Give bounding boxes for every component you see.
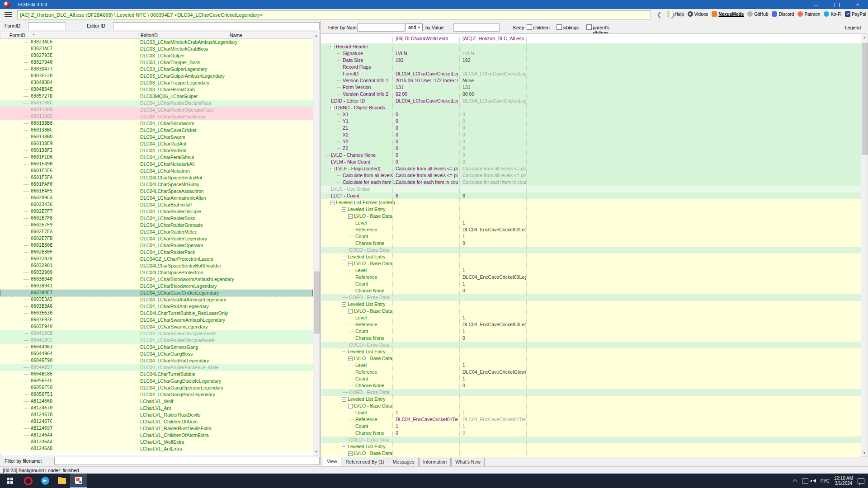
record-row[interactable]: 060138F3DLC04_LCharRadRat xyxy=(0,147,313,154)
maximize-button[interactable] xyxy=(826,0,847,9)
record-view-row[interactable]: Leveled List Entries (sorted) xyxy=(321,199,861,206)
editorid-cell[interactable]: DLC04_LCharRaiderPackFace_Male xyxy=(140,364,218,371)
master-value-cell[interactable]: 0 xyxy=(396,131,458,138)
editorid-cell[interactable]: DLC04_LCharRaiderBoss xyxy=(140,215,195,221)
record-view-row[interactable]: COED - Extra Data xyxy=(321,389,861,396)
record-row[interactable]: 03048BB4DLC03_LCharTrapperLegendary xyxy=(0,80,313,86)
record-row[interactable]: 0603F93FDLC04_LCharSwarmAmbushLegendary xyxy=(0,317,313,324)
override-value-cell[interactable]: DLC04_EncCaveCricket02Legend... xyxy=(462,226,526,233)
record-row[interactable]: 06056F51DLC04_LCharGangPackLegendary xyxy=(0,391,313,398)
master-value-cell[interactable]: 192 xyxy=(396,57,458,63)
formid-cell[interactable]: 060138BD xyxy=(31,134,52,140)
collapse-icon[interactable] xyxy=(342,397,346,402)
formid-cell[interactable]: AB1246A4 xyxy=(31,432,52,438)
start-button[interactable] xyxy=(0,474,20,488)
record-view-row[interactable]: COED - Extra Data xyxy=(321,247,861,253)
record-view-row[interactable]: COED - Extra Data xyxy=(321,436,861,443)
formid-cell[interactable]: 0602E7FB xyxy=(31,235,52,242)
record-row[interactable]: 0604BC86DLC04LCharTurretBubble xyxy=(0,371,313,378)
right-scrollbar-thumb[interactable] xyxy=(862,43,868,155)
record-row[interactable]: AB1246A4LCharLVL_ChildrenOfAtomExtra xyxy=(0,432,313,439)
record-row[interactable]: 06044963DLC04_LCharSinnersGang xyxy=(0,344,313,351)
override-value-cell[interactable]: 131 xyxy=(462,84,526,90)
record-row[interactable]: 03023AC7DLC03_LCharMirelurkCrabBoss xyxy=(0,46,313,52)
formid-cell[interactable]: 0601FAF5 xyxy=(31,188,52,194)
filter-operator-select[interactable]: and xyxy=(406,23,423,31)
override-value-cell[interactable]: Calculate from all levels <= play... xyxy=(462,172,526,178)
collapse-icon[interactable] xyxy=(342,445,346,449)
record-view-row[interactable]: COED - Extra Data xyxy=(321,294,861,301)
override-value-cell[interactable]: Calculate from all levels <= play... xyxy=(462,165,526,172)
link-patreon[interactable]: Patreon xyxy=(797,11,820,17)
record-view-row[interactable]: Count1 xyxy=(321,375,861,382)
editorid-cell[interactable]: LCharLVL_Wolf xyxy=(140,398,173,404)
override-value-cell[interactable]: 1 xyxy=(462,328,526,334)
record-view-row[interactable]: Leveled List Entry xyxy=(321,348,861,355)
master-value-cell[interactable]: Calculate for each item in count xyxy=(396,179,458,185)
record-view-row[interactable]: LVLF - Flags (sorted)Calculate from all … xyxy=(321,165,861,172)
master-value-cell[interactable]: 0 xyxy=(396,118,458,124)
editorid-cell[interactable]: DLC04_LCharRaiderDisciple xyxy=(140,208,201,215)
formid-cell[interactable]: AB1246AA xyxy=(31,439,52,445)
override-value-cell[interactable]: 0 xyxy=(462,152,526,158)
formid-cell[interactable]: 0603E3A5 xyxy=(31,296,52,303)
formid-cell[interactable]: 0601108C xyxy=(31,100,52,106)
override-value-cell[interactable]: 1 xyxy=(462,233,526,239)
record-view-row[interactable]: Leveled List Entry xyxy=(321,396,861,403)
column-header-name[interactable]: Name xyxy=(230,33,242,38)
formid-cell[interactable]: 0302793E xyxy=(31,52,52,59)
record-row[interactable]: 0601FAF5DLC04LCharSpaceAssaultron xyxy=(0,188,313,195)
formid-cell[interactable]: 0602E7F7 xyxy=(31,208,52,215)
collapse-icon[interactable] xyxy=(342,302,346,307)
formid-cell[interactable]: 06044963 xyxy=(31,344,52,350)
record-view-row[interactable]: Leveled List Entry xyxy=(321,206,861,213)
formid-cell[interactable]: 03023AC6 xyxy=(31,39,52,45)
master-value-cell[interactable]: 0 xyxy=(396,159,458,165)
collapse-icon[interactable] xyxy=(330,201,335,205)
formid-cell[interactable]: AB124670 xyxy=(31,405,52,411)
editorid-cell[interactable]: DLC03_LCharTrapper_Boss xyxy=(140,59,200,66)
record-row[interactable]: AB12467CLCharLVL_ChildrenOfAtom xyxy=(0,418,313,425)
formid-cell[interactable]: 06038940 xyxy=(31,276,52,282)
record-view-row[interactable]: ReferenceDLC04_EncCaveCricket02Legend... xyxy=(321,226,861,233)
record-view-row[interactable]: Record Header xyxy=(321,43,861,50)
master-value-cell[interactable]: 0 xyxy=(396,430,458,436)
record-row[interactable]: 0602E80FDLC04_LCharRaiderPack xyxy=(0,249,313,256)
record-row[interactable]: 0302793EDLC03_LCharGulper xyxy=(0,52,313,59)
formid-cell[interactable]: 0305727D xyxy=(31,93,52,99)
formid-cell[interactable]: 06056F50 xyxy=(31,385,52,391)
master-value-cell[interactable]: 0 xyxy=(396,125,458,131)
record-row[interactable]: 0303FE2DDLC03_LCharGulperAmbushLegendary xyxy=(0,73,313,80)
override-value-cell[interactable]: 1 xyxy=(462,281,526,287)
editorid-cell[interactable]: LCharLVL_WolfExtra xyxy=(140,439,184,445)
formid-cell[interactable]: 0601FAF0 xyxy=(31,181,52,188)
override-value-cell[interactable]: 0 xyxy=(462,131,526,138)
formid-cell[interactable]: 06032901 xyxy=(31,263,52,269)
override-value-cell[interactable]: 0 xyxy=(462,287,526,294)
link-videos[interactable]: Videos xyxy=(688,11,708,17)
editorid-cell[interactable]: DLC04_LCharRadRatLegendary xyxy=(140,357,209,364)
record-row[interactable]: 0303D477DLC03_LCharGulperLegendary xyxy=(0,66,313,73)
record-view-row[interactable]: LLCT - Count66 xyxy=(321,192,861,199)
formid-cell[interactable]: 0604A697 xyxy=(31,364,52,371)
editorid-cell[interactable]: DLC04LCharSpaceSentryBot xyxy=(140,174,202,181)
record-row[interactable]: 06032901DLC04LCharSpaceSentryBotShoulder xyxy=(0,263,313,269)
formid-cell[interactable]: 0303D477 xyxy=(31,66,52,72)
formid-cell[interactable]: 06056F4F xyxy=(31,378,52,384)
filter-by-value-input[interactable] xyxy=(453,23,500,32)
record-row[interactable]: 0602E7FADLC04_LCharRaiderMelee xyxy=(0,229,313,235)
link-nexusmods[interactable]: NexusMods xyxy=(712,11,744,17)
master-value-cell[interactable]: 02 00 xyxy=(396,91,458,97)
record-view-row[interactable]: COED - Extra Data xyxy=(321,342,861,348)
minimize-button[interactable] xyxy=(806,0,826,9)
editorid-cell[interactable]: DLC04_LCharRadAntLegendary xyxy=(140,303,209,310)
override-value-cell[interactable]: 1 xyxy=(462,220,526,226)
formid-cell[interactable]: 06023436 xyxy=(31,202,52,208)
record-row[interactable]: 06056F4FDLC04_LCharGangDiscipleLegendary xyxy=(0,378,313,385)
record-view-row[interactable]: ReferenceDLC04_EncCaveCricket03Legend... xyxy=(321,274,861,281)
record-row[interactable]: 06038941DLC04_LCharBloodwormLegendary xyxy=(0,283,313,290)
record-row[interactable]: 0604A697DLC04_LCharRaiderPackFace_Male xyxy=(0,364,313,371)
record-row[interactable]: 0602E7F7DLC04_LCharRaiderDisciple xyxy=(0,208,313,215)
record-row[interactable]: 0305727DDLC03MQ06_LCharGulper xyxy=(0,93,313,100)
taskbar-opera-button[interactable] xyxy=(20,474,37,488)
